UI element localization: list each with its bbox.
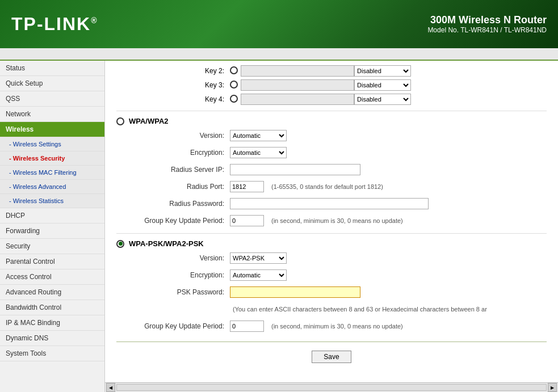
sidebar-item-wireless-mac-filtering[interactable]: - Wireless MAC Filtering [0,166,104,180]
sidebar-item-security[interactable]: Security [0,239,104,254]
radius-ip-control [230,164,360,175]
h-scroll-track[interactable] [116,384,547,391]
wpapsk-encryption-label: Encryption: [116,271,230,279]
wpapsk-version-control: WPA2-PSK Automatic WPA-PSK [230,252,287,264]
sidebar-item-network[interactable]: Network [0,107,104,122]
key3-row: Key 3: Disabled [116,79,547,91]
wpa-groupkey-row: Group Key Update Period: (in second, min… [116,214,547,227]
radius-ip-label: Radius Server IP: [116,166,230,174]
psk-hint-text: (You can enter ASCII characters between … [233,306,487,313]
sidebar-item-advanced-routing[interactable]: Advanced Routing [0,285,104,300]
radius-port-control: (1-65535, 0 stands for default port 1812… [230,181,383,192]
key3-label: Key 3: [116,81,230,89]
key2-row: Key 2: Disabled [116,65,547,77]
content-area: Key 2: Disabled Key 3: [105,61,558,392]
key4-radio-btn[interactable] [230,95,238,103]
wpa-encryption-control: Automatic TKIP AES [230,147,287,158]
save-area: Save [116,342,547,372]
wpa-encryption-label: Encryption: [116,149,230,157]
radius-port-input[interactable] [230,181,264,192]
sidebar-item-quick-setup[interactable]: Quick Setup [0,76,104,91]
radius-port-label: Radius Port: [116,183,230,191]
wpa-version-control: Automatic WPA WPA2 [230,130,287,141]
sidebar-item-access-control[interactable]: Access Control [0,269,104,285]
key2-select[interactable]: Disabled [354,65,411,77]
key3-select[interactable]: Disabled [354,79,411,91]
logo: TP-LINK® [11,14,98,35]
radius-password-input[interactable] [230,198,429,209]
wpapsk-encryption-select[interactable]: Automatic TKIP AES [230,269,287,281]
wpapsk-version-label: Version: [116,254,230,262]
sidebar-item-bandwidth-control[interactable]: Bandwidth Control [0,300,104,315]
wpapsk-groupkey-row: Group Key Update Period: (in second, min… [116,319,547,333]
key2-label: Key 2: [116,67,230,75]
key4-input[interactable] [241,94,354,105]
wpa-groupkey-input[interactable] [230,215,264,226]
key2-input[interactable] [241,65,354,77]
wpapsk-radio-btn[interactable] [116,240,124,248]
radius-password-row: Radius Password: [116,197,547,210]
sidebar-item-system-tools[interactable]: System Tools [0,346,104,361]
wpa-radio-btn[interactable] [116,117,124,125]
scroll-left-btn[interactable]: ◀ [106,383,115,392]
wpapsk-groupkey-hint: (in second, minimum is 30, 0 means no up… [271,323,403,330]
model-info: 300M Wireless N Router Model No. TL-WR84… [427,14,547,34]
wpapsk-groupkey-label: Group Key Update Period: [116,322,230,330]
radius-password-label: Radius Password: [116,200,230,208]
sidebar-item-wireless-security[interactable]: - Wireless Security [0,151,104,166]
sidebar-item-parental-control[interactable]: Parental Control [0,254,104,269]
sidebar-item-wireless-statistics[interactable]: - Wireless Statistics [0,194,104,208]
wpa-encryption-row: Encryption: Automatic TKIP AES [116,146,547,159]
sidebar-item-ip-mac-binding[interactable]: IP & MAC Binding [0,315,104,331]
wpa-version-select[interactable]: Automatic WPA WPA2 [230,130,287,141]
psk-password-row: PSK Password: [116,285,547,299]
wpapsk-groupkey-input[interactable] [230,321,264,332]
header: TP-LINK® 300M Wireless N Router Model No… [0,0,558,48]
radius-port-row: Radius Port: (1-65535, 0 stands for defa… [116,180,547,193]
psk-password-input[interactable] [230,286,360,298]
wpa-groupkey-control: (in second, minimum is 30, 0 means no up… [230,215,403,226]
sidebar-item-wireless-advanced[interactable]: - Wireless Advanced [0,180,104,194]
sidebar-item-forwarding[interactable]: Forwarding [0,224,104,239]
psk-password-control [230,286,360,298]
wpa-encryption-select[interactable]: Automatic TKIP AES [230,147,287,158]
sidebar-item-status[interactable]: Status [0,61,104,76]
sidebar-item-dhcp[interactable]: DHCP [0,208,104,224]
sidebar-item-qss[interactable]: QSS [0,91,104,107]
wpapsk-version-row: Version: WPA2-PSK Automatic WPA-PSK [116,251,547,265]
wpapsk-section: WPA-PSK/WPA2-PSK Это самый надёжный мето… [116,239,547,333]
key3-radio-btn[interactable] [230,81,238,88]
save-button[interactable]: Save [312,351,351,363]
sidebar-item-wireless-settings[interactable]: - Wireless Settings [0,137,104,151]
scroll-right-btn[interactable]: ▶ [548,383,557,392]
key4-label: Key 4: [116,95,230,103]
radius-password-control [230,198,429,209]
key4-select[interactable]: Disabled [354,94,411,105]
wpa-section: WPA/WPA2 Version: Automatic WPA WPA2 Enc… [116,117,547,227]
divider-2 [116,233,547,234]
sidebar-item-wireless[interactable]: Wireless [0,122,104,137]
wpa-title: WPA/WPA2 [129,117,169,125]
wep-keys-section: Key 2: Disabled Key 3: [116,65,547,105]
main-layout: Status Quick Setup QSS Network Wireless … [0,61,558,392]
key2-radio-btn[interactable] [230,66,238,74]
key3-input[interactable] [241,79,354,91]
divider-1 [116,111,547,111]
sidebar-item-dynamic-dns[interactable]: Dynamic DNS [0,331,104,346]
radius-ip-row: Radius Server IP: [116,163,547,176]
wpa-version-label: Version: [116,132,230,140]
key4-row: Key 4: Disabled [116,94,547,105]
radius-ip-input[interactable] [230,164,360,175]
key2-radio[interactable] [230,66,238,76]
bottom-scrollbar[interactable]: ◀ ▶ [105,382,558,392]
wpapsk-section-header: WPA-PSK/WPA2-PSK [116,239,547,248]
content-scroll[interactable]: Key 2: Disabled Key 3: [105,61,558,382]
wpapsk-version-select[interactable]: WPA2-PSK Automatic WPA-PSK [230,252,287,264]
wpa-groupkey-label: Group Key Update Period: [116,217,230,225]
psk-password-label: PSK Password: [116,288,230,296]
wpa-section-header: WPA/WPA2 [116,117,547,125]
wpa-groupkey-hint: (in second, minimum is 30, 0 means no up… [271,217,403,224]
sidebar: Status Quick Setup QSS Network Wireless … [0,61,105,392]
model-name: 300M Wireless N Router [427,14,547,26]
wpapsk-groupkey-control: (in second, minimum is 30, 0 means no up… [230,321,403,332]
